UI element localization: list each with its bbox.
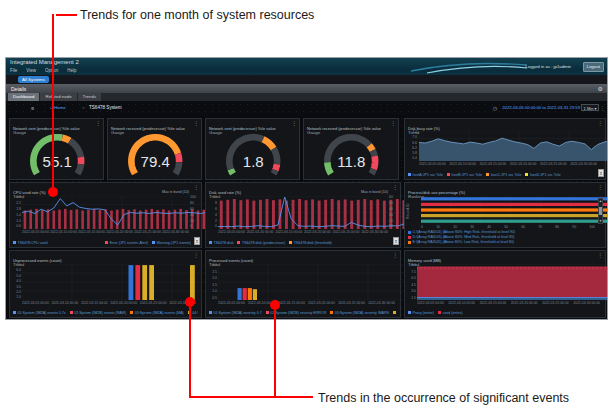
kebab-menu-icon[interactable]: ⋮ xyxy=(194,184,200,190)
y-axis-label: 20 xyxy=(389,220,398,224)
gauge-panel-2: Gauge⋮ Network received (predecessor) %i… xyxy=(107,118,202,180)
refresh-interval-dropdown[interactable]: 1 Min ▾ xyxy=(581,104,599,111)
legend-item[interactable]: Proxy (entire) xyxy=(408,311,434,315)
legend-item[interactable]: D:/(Array:RAID05) (Above 80%: Med Risk, … xyxy=(408,235,515,239)
callout-line xyxy=(274,305,276,398)
legend: Error (JP1 events: Alert)Warning (JP1 ev… xyxy=(86,240,191,245)
kebab-menu-icon[interactable]: ⋮ xyxy=(598,252,604,258)
legend-swatch xyxy=(438,311,441,314)
legend-item[interactable]: 03:System (IM2A) severity WARN xyxy=(330,311,388,315)
y-axis-label: 50 xyxy=(389,202,398,206)
legend-item[interactable]: 04:System (IM2B) severity INFO xyxy=(393,311,397,315)
menu-item-view[interactable]: View xyxy=(26,68,36,73)
x-axis-label: 2022-03-10 00:00 xyxy=(247,230,274,234)
kebab-menu-icon[interactable]: ⋮ xyxy=(600,105,605,111)
y-axis-label: 6.0 xyxy=(12,269,21,273)
y-axis-label: 1.0 xyxy=(208,290,217,294)
y-axis-label: 60 xyxy=(389,196,398,200)
app-window: Integrated Management 2 File View Option… xyxy=(5,57,608,320)
legend-item[interactable]: TS6478:disk (threshold) xyxy=(289,241,332,245)
x-axis-label: 2022-03-10 00:00 xyxy=(448,301,475,305)
x-axis-label: 2022-03-15 00:00 xyxy=(479,301,506,305)
legend-item[interactable]: Error (JP1 events: Alert) xyxy=(105,241,148,245)
legend-item[interactable]: C:/(Array:RAID01) (Above 80%: High Risk,… xyxy=(408,230,515,234)
kebab-menu-icon[interactable]: ⋮ xyxy=(393,184,399,190)
y-axis-label: 0.6 xyxy=(12,225,21,229)
legend-swatch xyxy=(408,311,411,314)
legend-swatch xyxy=(393,311,396,314)
legend-item[interactable]: 01:System (IM2A) events 0.7s xyxy=(13,311,66,315)
legend-item[interactable]: E:/(Array:RAID05) (Above 80%: Low Risk, … xyxy=(408,240,514,244)
callout-line xyxy=(56,14,77,16)
legend-item[interactable]: TS6478:CPU used xyxy=(13,241,47,245)
x-axis-label: 2022-03-15 00:00 xyxy=(81,301,108,305)
legend-item[interactable]: hostA:JP1 svc %ile xyxy=(408,173,443,177)
scrollbar[interactable]: ⇕ xyxy=(598,169,604,177)
y-axis-label: 6.6 xyxy=(407,142,417,146)
scrollbar[interactable]: ⇕ xyxy=(194,237,200,245)
kebab-menu-icon[interactable]: ⋮ xyxy=(598,120,604,126)
legend-swatch xyxy=(486,173,489,176)
x-axis-label: 2022-03-05 00:00 xyxy=(417,301,444,305)
x-axis-label: 20 xyxy=(453,225,457,229)
legend-item[interactable]: TS6478:disk xyxy=(209,241,233,245)
y-axis-label: 80 xyxy=(190,202,199,206)
legend: Proxy (entire)used (entire) xyxy=(408,310,602,315)
x-axis: 0102030405060708090100 xyxy=(421,225,595,229)
y-axis: 7.06.05.04.03.02.01.0 xyxy=(12,264,21,300)
legend-item[interactable]: used (entire) xyxy=(438,311,463,315)
x-axis-label: 2022-03-15 00:00 xyxy=(278,301,305,305)
y-axis-label: 6.2 xyxy=(407,147,417,151)
legend-item[interactable]: hostC:JP1 svc %ile xyxy=(486,173,521,177)
legend-item[interactable]: TS6478:disk (predecessor) xyxy=(237,241,285,245)
menu-item-help[interactable]: Help xyxy=(67,68,76,73)
legend-swatch xyxy=(13,241,16,244)
tab-related-node[interactable]: Related node xyxy=(40,93,76,101)
legend-item[interactable]: 02:System (IM2B) events (RAW) xyxy=(70,311,127,315)
y-axis-label: 3.0 xyxy=(208,264,217,268)
tab-trends[interactable]: Trends xyxy=(78,93,102,101)
kebab-menu-icon[interactable]: ⋮ xyxy=(391,120,397,126)
legend-swatch xyxy=(408,236,411,239)
area-chart xyxy=(417,264,608,300)
kebab-menu-icon[interactable]: ⋮ xyxy=(96,120,102,126)
kebab-menu-icon[interactable]: ⋮ xyxy=(598,184,604,190)
trend-memory-panel: Trend⋮ Memory used (MB) 9.07.56.04.53.01… xyxy=(404,250,606,318)
x-axis-label: 2022-03-10 00:00 xyxy=(50,230,77,234)
legend: TS6478:CPU used xyxy=(13,240,73,245)
legend-item[interactable]: 03:System (IM2A) events (MA) xyxy=(130,311,184,315)
kebab-menu-icon[interactable]: ⋮ xyxy=(292,120,298,126)
kebab-menu-icon[interactable]: ⋮ xyxy=(194,120,200,126)
legend: 01:System (IM2A) severity 0.702:System (… xyxy=(209,310,397,315)
legend-swatch xyxy=(408,231,411,234)
x-axis-label: 2022-03-05 00:00 xyxy=(419,162,446,166)
x-axis-label: 2022-03-20 00:00 xyxy=(510,162,537,166)
scrollbar[interactable]: ⇕ xyxy=(393,237,399,245)
gauge-chart: 11.8 xyxy=(307,131,395,177)
y-axis-label: 1.4 xyxy=(12,214,21,218)
tab-dashboard[interactable]: Dashboard xyxy=(8,93,39,101)
menu-item-file[interactable]: File xyxy=(10,68,17,73)
kebab-menu-icon[interactable]: ⋮ xyxy=(393,252,399,258)
legend-item[interactable]: hostB:JP1 svc %ile xyxy=(447,173,482,177)
x-axis-label: 2022-03-15 00:00 xyxy=(479,162,506,166)
y-axis-label: 40 xyxy=(190,214,199,218)
legend-swatch xyxy=(105,241,108,244)
all-systems-button[interactable]: All Systems xyxy=(18,76,49,83)
legend-swatch xyxy=(209,241,212,244)
y-axis-label: 2.2 xyxy=(12,202,21,206)
legend-item[interactable]: Warning (JP1 events) xyxy=(152,241,191,245)
x-axis-label: 100 xyxy=(589,225,595,229)
logout-button[interactable]: Logout xyxy=(583,62,604,72)
x-axis: 2022-03-05 00:002022-03-10 00:002022-03-… xyxy=(419,162,597,166)
time-range-picker[interactable]: 2022-03-05 00:00:00 to 2022-03-31 23:59 xyxy=(502,105,580,110)
scrollbar[interactable]: ▲▼ xyxy=(598,198,603,224)
title-bar: Integrated Management 2 File View Option… xyxy=(6,58,607,75)
x-axis-label: 2022-03-05 00:00 xyxy=(22,301,49,305)
y-axis: 3.02.52.01.51.00.5 xyxy=(208,264,217,300)
kebab-menu-icon[interactable]: ⋮ xyxy=(194,252,200,258)
hamburger-icon[interactable]: ≡ xyxy=(31,105,34,111)
legend-item[interactable]: 01:System (IM2A) severity 0.7 xyxy=(209,311,262,315)
legend-item[interactable]: hostD:JP1 svc %ile xyxy=(525,173,560,177)
gear-icon[interactable]: ⚙ xyxy=(598,85,603,92)
